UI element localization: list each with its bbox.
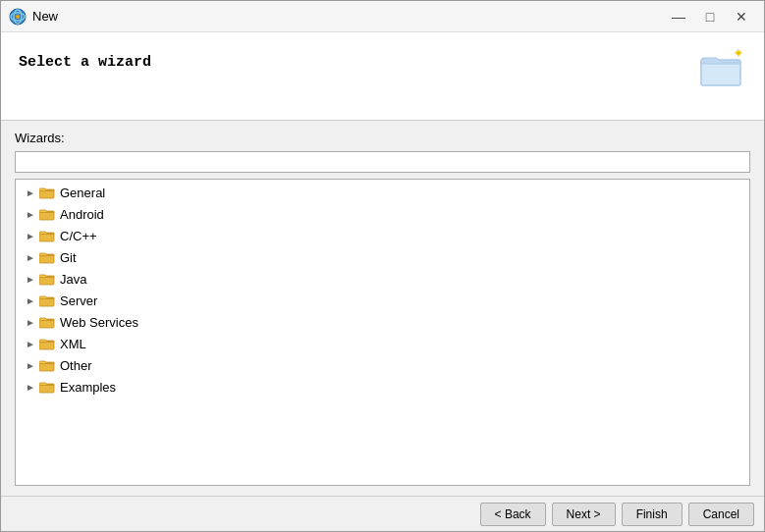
expand-arrow-xml: ► (24, 337, 37, 350)
tree-item-git[interactable]: ► Git (16, 246, 749, 268)
tree-label-webservices: Web Services (60, 315, 138, 330)
folder-icon-general (39, 185, 55, 200)
tree-item-java[interactable]: ► Java (16, 268, 749, 290)
tree-item-cpp[interactable]: ► C/C++ (16, 225, 749, 246)
cancel-button[interactable]: Cancel (688, 503, 754, 526)
folder-icon-android (39, 206, 55, 222)
wizard-search-input[interactable] (15, 151, 750, 173)
wizards-label: Wizards: (15, 131, 750, 145)
bottom-bar: < Back Next > Finish Cancel (1, 496, 764, 531)
next-button[interactable]: Next > (552, 503, 616, 526)
window-icon (9, 8, 27, 26)
window-controls: — □ ✕ (664, 5, 756, 28)
tree-label-general: General (60, 186, 105, 200)
tree-item-server[interactable]: ► Server (16, 290, 749, 311)
tree-item-examples[interactable]: ► Examples (16, 376, 749, 398)
tree-label-git: Git (60, 250, 77, 265)
expand-arrow-examples: ► (24, 380, 37, 394)
tree-item-general[interactable]: ► General (16, 182, 749, 203)
folder-icon-cpp (39, 228, 55, 243)
tree-item-xml[interactable]: ► XML (16, 333, 749, 354)
folder-icon-other (39, 357, 55, 373)
tree-label-server: Server (60, 293, 97, 308)
tree-label-android: Android (60, 207, 104, 222)
folder-icon-webservices (39, 314, 55, 330)
expand-arrow-server: ► (24, 293, 37, 307)
tree-label-xml: XML (60, 337, 86, 351)
folder-icon-server (39, 293, 55, 308)
close-button[interactable]: ✕ (727, 5, 756, 28)
expand-arrow-webservices: ► (24, 315, 37, 329)
title-bar: New — □ ✕ (1, 1, 764, 32)
finish-button[interactable]: Finish (622, 503, 683, 526)
header-title: Select a wizard (19, 54, 151, 71)
folder-icon-xml (39, 336, 55, 351)
tree-label-java: Java (60, 272, 86, 287)
expand-arrow-git: ► (24, 250, 37, 264)
folder-icon-git (39, 249, 55, 265)
tree-item-webservices[interactable]: ► Web Services (16, 311, 749, 333)
content-area: Wizards: ► General► Android► C/C++► Git►… (1, 121, 764, 496)
wizard-tree: ► General► Android► C/C++► Git► Java► Se… (15, 179, 750, 486)
folder-icon-java (39, 271, 55, 287)
tree-label-examples: Examples (60, 380, 116, 395)
tree-label-other: Other (60, 358, 92, 373)
window-title: New (32, 9, 664, 24)
tree-label-cpp: C/C++ (60, 229, 97, 243)
maximize-button[interactable]: □ (695, 5, 725, 28)
expand-arrow-other: ► (24, 358, 37, 372)
expand-arrow-java: ► (24, 272, 37, 286)
svg-point-3 (16, 15, 20, 19)
wizard-icon: ✦ (699, 44, 746, 91)
minimize-button[interactable]: — (664, 5, 693, 28)
new-wizard-window: New — □ ✕ Select a wizard ✦ Wizards: ► (0, 0, 765, 532)
header-area: Select a wizard ✦ (1, 32, 764, 121)
svg-text:✦: ✦ (733, 45, 744, 61)
tree-item-android[interactable]: ► Android (16, 203, 749, 225)
expand-arrow-cpp: ► (24, 229, 37, 242)
expand-arrow-general: ► (24, 186, 37, 199)
expand-arrow-android: ► (24, 207, 37, 221)
folder-icon-examples (39, 379, 55, 395)
tree-item-other[interactable]: ► Other (16, 354, 749, 376)
back-button[interactable]: < Back (480, 503, 546, 526)
